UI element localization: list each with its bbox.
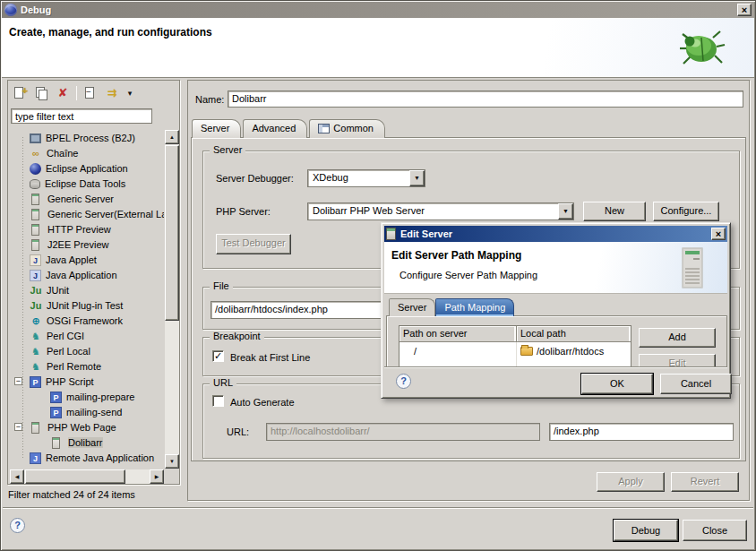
delete-icon[interactable]: ✘: [55, 85, 71, 101]
tree-item-php-web-page[interactable]: −PHP Web Page: [10, 419, 164, 435]
tree-item-remote-java-application[interactable]: JRemote Java Application: [10, 450, 164, 465]
scroll-right-button[interactable]: ▶: [150, 469, 164, 484]
tree-item-eclipse-data-tools[interactable]: Eclipse Data Tools: [10, 176, 164, 191]
tree-horizontal-scrollbar[interactable]: ◀ ▶: [10, 469, 164, 484]
tree-item-generic-server-external-la[interactable]: Generic Server(External La: [10, 206, 164, 221]
break-first-line-checkbox[interactable]: ✓: [212, 350, 224, 362]
close-window-button[interactable]: ×: [737, 4, 752, 16]
chevron-down-icon[interactable]: ▼: [409, 170, 425, 186]
help-button[interactable]: ?: [10, 518, 25, 533]
php-server-select[interactable]: Dolibarr PHP Web Server ▼: [307, 202, 574, 220]
tree-item-label: Perl Local: [47, 346, 90, 357]
tree-item-java-application[interactable]: JJava Application: [10, 267, 164, 282]
scroll-down-button[interactable]: ▼: [165, 454, 179, 469]
revert-button[interactable]: Revert: [671, 472, 739, 492]
tree-item-label: JUnit: [47, 285, 69, 296]
file-group-legend: File: [210, 280, 233, 291]
tree-item-mailing-prepare[interactable]: Pmailing-prepare: [10, 389, 164, 404]
name-input[interactable]: Dolibarr: [228, 90, 743, 108]
add-mapping-button[interactable]: Add: [639, 328, 716, 348]
configure-server-button[interactable]: Configure...: [653, 202, 719, 221]
edit-server-title: Edit Server: [400, 228, 452, 239]
edit-mapping-button[interactable]: Edit: [639, 354, 716, 366]
perl-camel-icon: ♞: [30, 346, 42, 357]
server-debugger-select[interactable]: XDebug ▼: [307, 169, 425, 187]
tree-item-http-preview[interactable]: HTTP Preview: [10, 221, 164, 237]
tab-advanced[interactable]: Advanced: [243, 119, 307, 138]
tree-item-j2ee-preview[interactable]: J2EE Preview: [10, 237, 164, 252]
php-script-icon: P: [50, 407, 62, 418]
collapse-all-icon[interactable]: −: [82, 85, 99, 101]
tree-item-java-applet[interactable]: JJava Applet: [10, 252, 164, 267]
eclipse-application-icon: [30, 163, 41, 175]
tree-item-eclipse-application[interactable]: Eclipse Application: [10, 160, 164, 176]
ok-button[interactable]: OK: [581, 374, 653, 394]
header-banner: Create, manage, and run configurations: [2, 18, 754, 78]
tree-item-dolibarr[interactable]: Dolibarr: [10, 435, 164, 450]
filter-status-text: Filter matched 24 of 24 items: [8, 489, 135, 500]
tree-item-perl-remote[interactable]: ♞Perl Remote: [10, 358, 164, 374]
tree-item-label: OSGi Framework: [47, 315, 123, 326]
tree-item-junit[interactable]: JuJUnit: [10, 282, 164, 297]
debug-button[interactable]: Debug: [614, 520, 678, 541]
close-dialog-button[interactable]: ×: [711, 228, 726, 240]
scroll-left-button[interactable]: ◀: [10, 469, 24, 484]
table-row[interactable]: //dolibarr/htdocs: [399, 342, 631, 359]
tree-item-label: BPEL Process (B2J): [46, 133, 135, 143]
expander-minus-icon[interactable]: −: [14, 423, 22, 431]
test-debugger-button[interactable]: Test Debugger: [216, 234, 291, 254]
local-path-cell[interactable]: /dolibarr/htdocs: [517, 342, 631, 359]
tab-common[interactable]: Common: [309, 119, 385, 138]
filter-icon[interactable]: ⇉: [104, 85, 120, 101]
path-mapping-table[interactable]: Path on serverLocal path//dolibarr/htdoc…: [399, 325, 631, 366]
apply-button[interactable]: Apply: [597, 472, 665, 492]
expander-minus-icon[interactable]: −: [14, 377, 22, 385]
tree-item-label: Perl Remote: [47, 361, 101, 372]
cancel-button[interactable]: Cancel: [660, 374, 732, 394]
database-icon: [30, 179, 40, 189]
url-path-input[interactable]: /index.php: [549, 423, 734, 441]
close-button[interactable]: Close: [683, 520, 747, 541]
path-on-server-cell[interactable]: /: [399, 342, 517, 359]
new-server-button[interactable]: New: [583, 202, 646, 221]
tree-item-mailing-send[interactable]: Pmailing-send: [10, 404, 164, 419]
osgi-target-icon: ⊕: [30, 315, 42, 327]
column-header[interactable]: Local path: [517, 326, 631, 342]
break-first-line-label: Break at First Line: [230, 352, 310, 363]
tab-server[interactable]: Server: [192, 119, 241, 138]
tree-item-perl-cgi[interactable]: ♞Perl CGI: [10, 328, 164, 343]
tab-path-mapping[interactable]: Path Mapping: [435, 298, 514, 316]
duplicate-icon[interactable]: [33, 85, 49, 101]
remote-java-icon: J: [30, 452, 41, 464]
tree-item-osgi-framework[interactable]: ⊕OSGi Framework: [10, 313, 164, 328]
path-on-server-cell[interactable]: [399, 359, 517, 366]
tree-item-label: mailing-prepare: [66, 392, 134, 402]
auto-generate-checkbox[interactable]: [212, 395, 224, 407]
server-debugger-label: Server Debugger:: [216, 173, 294, 184]
tree-item-junit-plug-in-test[interactable]: JuJUnit Plug-in Test: [10, 297, 164, 313]
column-header[interactable]: Path on server: [399, 326, 517, 342]
edit-server-dialog: Edit Server × Edit Server Path Mapping C…: [381, 222, 731, 399]
tree-item-label: Dolibarr: [68, 437, 103, 448]
new-configuration-icon[interactable]: +: [12, 85, 28, 101]
tab-server-settings[interactable]: Server: [389, 298, 435, 316]
filter-input[interactable]: type filter text: [11, 108, 152, 124]
horizontal-scroll-thumb[interactable]: [25, 469, 125, 484]
page-title: Create, manage, and run configurations: [9, 26, 212, 39]
local-path-cell[interactable]: [517, 359, 631, 366]
chevron-down-icon[interactable]: ▼: [558, 203, 573, 220]
tree-item-generic-server[interactable]: Generic Server: [10, 191, 164, 206]
vertical-scroll-thumb[interactable]: [165, 145, 179, 321]
breakpoint-group-legend: Breakpoint: [210, 331, 264, 341]
url-base-input[interactable]: http://localhostdolibarr/: [266, 423, 540, 441]
tree-item-php-script[interactable]: −PPHP Script: [10, 374, 164, 389]
dialog-help-button[interactable]: ?: [396, 374, 411, 389]
table-row[interactable]: [399, 359, 631, 366]
tree-item-bpel-process-b2j[interactable]: BPEL Process (B2J): [10, 130, 164, 145]
scroll-up-button[interactable]: ▲: [165, 130, 179, 144]
tree-item-cha-ne[interactable]: ∞Chaîne: [10, 145, 164, 160]
tree-item-perl-local[interactable]: ♞Perl Local: [10, 343, 164, 358]
menu-caret-icon[interactable]: ▾: [125, 85, 134, 101]
java-applet-icon: J: [30, 254, 41, 266]
tree-vertical-scrollbar[interactable]: ▲ ▼: [165, 130, 179, 469]
